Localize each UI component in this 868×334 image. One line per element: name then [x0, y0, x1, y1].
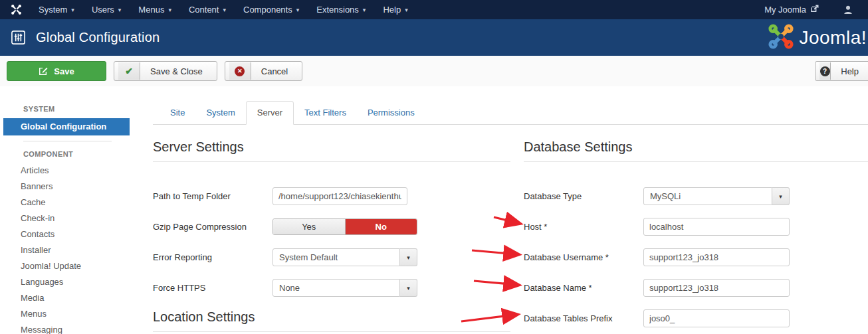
sidebar-item-contacts[interactable]: Contacts: [0, 226, 146, 242]
sidebar-item-joomla-update[interactable]: Joomla! Update: [0, 258, 146, 274]
joomla-brand-logo: Joomla!: [767, 23, 868, 53]
chevron-down-icon: ▾: [118, 7, 122, 13]
save-and-close-label: Save & Close: [140, 62, 213, 80]
save-and-close-button[interactable]: ✔ Save & Close: [114, 61, 217, 81]
database-type-select[interactable]: MySQLi ▾: [643, 187, 790, 205]
help-label: Help: [831, 62, 868, 80]
location-settings-heading: Location Settings: [153, 309, 510, 332]
menu-system[interactable]: System▾: [30, 0, 83, 19]
host-input[interactable]: [643, 218, 790, 236]
menu-label: Extensions: [316, 5, 359, 15]
sidebar-item-articles[interactable]: Articles: [0, 162, 146, 178]
page-title: Global Configuration: [36, 30, 160, 45]
tab-site[interactable]: Site: [160, 102, 195, 124]
chevron-down-icon[interactable]: ▾: [400, 279, 417, 297]
menu-components[interactable]: Components▾: [235, 0, 308, 19]
database-username-label: Database Username *: [524, 252, 643, 262]
force-https-value: None: [272, 279, 400, 297]
menu-label: Users: [92, 5, 114, 15]
force-https-field: Force HTTPS None ▾: [153, 279, 510, 297]
question-circle-icon: ?: [819, 62, 831, 80]
chevron-down-icon: ▾: [296, 7, 300, 13]
sidebar-item-menus[interactable]: Menus: [0, 305, 146, 321]
tab-permissions[interactable]: Permissions: [357, 102, 425, 124]
tab-system[interactable]: System: [195, 102, 245, 124]
site-name-label: My Joomla: [764, 5, 806, 15]
sidebar-item-check-in[interactable]: Check-in: [0, 210, 146, 226]
menu-label: Menus: [138, 5, 164, 15]
menu-help[interactable]: Help▾: [374, 0, 416, 19]
database-username-field: Database Username *: [524, 248, 868, 266]
menu-label: Content: [189, 5, 219, 15]
chevron-down-icon[interactable]: ▾: [400, 248, 417, 266]
host-field: Host *: [524, 218, 868, 236]
sidebar-item-installer[interactable]: Installer: [0, 242, 146, 258]
sidebar-heading-system: SYSTEM: [23, 105, 146, 113]
cancel-button[interactable]: ✕ Cancel: [225, 61, 302, 81]
sliders-icon: [11, 30, 26, 45]
sidebar-item-languages[interactable]: Languages: [0, 274, 146, 290]
database-name-label: Database Name *: [524, 283, 643, 293]
database-type-field: Database Type MySQLi ▾: [524, 187, 868, 205]
admin-menubar: System▾ Users▾ Menus▾ Content▾ Component…: [0, 0, 868, 19]
sidebar-divider: [23, 141, 112, 141]
menubar-right: My Joomla: [758, 5, 868, 15]
external-link-icon: [811, 5, 819, 15]
cancel-circle-icon: ✕: [229, 62, 251, 80]
sidebar-item-messaging[interactable]: Messaging: [0, 321, 146, 334]
sidebar-item-media[interactable]: Media: [0, 290, 146, 305]
tab-server[interactable]: Server: [246, 101, 294, 125]
path-to-temp-folder-label: Path to Temp Folder: [153, 191, 272, 201]
menu-menus[interactable]: Menus▾: [130, 0, 180, 19]
gzip-compression-field: Gzip Page Compression Yes No: [153, 218, 510, 236]
gzip-compression-label: Gzip Page Compression: [153, 222, 272, 232]
database-settings-heading: Database Settings: [524, 139, 868, 162]
sidebar-item-global-configuration[interactable]: Global Configuration: [3, 118, 130, 135]
path-to-temp-folder-field: Path to Temp Folder: [153, 187, 510, 205]
save-button[interactable]: Save: [7, 61, 106, 81]
database-type-value: MySQLi: [643, 187, 772, 205]
save-label: Save: [54, 66, 74, 76]
gzip-yes-option[interactable]: Yes: [273, 219, 346, 234]
joomla-logo-icon: [767, 23, 795, 53]
chevron-down-icon: ▾: [405, 7, 408, 13]
menu-extensions[interactable]: Extensions▾: [308, 0, 374, 19]
chevron-down-icon[interactable]: ▾: [772, 187, 790, 205]
error-reporting-label: Error Reporting: [153, 252, 272, 262]
path-to-temp-folder-input[interactable]: [272, 187, 407, 205]
menu-label: Components: [243, 5, 292, 15]
user-menu-icon[interactable]: [843, 5, 853, 15]
gzip-no-option[interactable]: No: [346, 219, 417, 234]
force-https-label: Force HTTPS: [153, 283, 272, 293]
sidebar: SYSTEM Global Configuration COMPONENT Ar…: [0, 96, 146, 334]
joomla-admin-page: System▾ Users▾ Menus▾ Content▾ Component…: [0, 0, 868, 334]
tab-text-filters[interactable]: Text Filters: [294, 102, 357, 124]
database-name-field: Database Name *: [524, 279, 868, 297]
brand-wordmark: Joomla!: [799, 27, 867, 48]
gzip-toggle: Yes No: [272, 218, 417, 235]
pencil-square-icon: [39, 66, 48, 76]
joomla-symbol-icon: [11, 4, 22, 15]
menu-label: System: [39, 5, 67, 15]
error-reporting-select[interactable]: System Default ▾: [272, 248, 417, 266]
server-settings-section: Server Settings Path to Temp Folder Gzip…: [153, 134, 510, 332]
help-button[interactable]: ? Help: [815, 61, 868, 81]
database-tables-prefix-input[interactable]: [643, 309, 790, 327]
server-settings-heading: Server Settings: [153, 139, 510, 162]
menu-content[interactable]: Content▾: [180, 0, 235, 19]
preview-site-link[interactable]: My Joomla: [758, 5, 825, 15]
error-reporting-value: System Default: [272, 248, 400, 266]
database-tables-prefix-label: Database Tables Prefix: [524, 313, 643, 323]
sidebar-item-cache[interactable]: Cache: [0, 194, 146, 210]
error-reporting-field: Error Reporting System Default ▾: [153, 248, 510, 266]
chevron-down-icon: ▾: [363, 7, 366, 13]
force-https-select[interactable]: None ▾: [272, 279, 417, 297]
database-name-input[interactable]: [643, 279, 790, 297]
database-username-input[interactable]: [643, 248, 790, 266]
menu-users[interactable]: Users▾: [83, 0, 130, 19]
menu-label: Help: [383, 5, 401, 15]
page-header: Global Configuration: [0, 19, 868, 56]
sidebar-item-banners[interactable]: Banners: [0, 178, 146, 194]
database-type-label: Database Type: [524, 191, 643, 201]
toolbar: Save ✔ Save & Close ✕ Cancel ? Help: [0, 56, 868, 86]
